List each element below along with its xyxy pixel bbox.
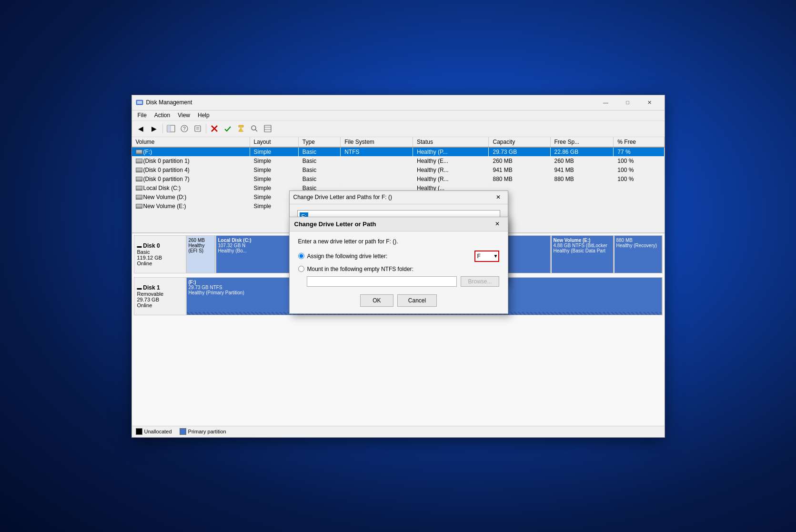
browse-button[interactable]: Browse... <box>461 276 499 287</box>
disk-0-info: ▬ Disk 0 Basic 119.12 GB Online <box>134 235 186 273</box>
outer-dialog-titlebar: Change Drive Letter and Paths for F: () … <box>290 191 508 204</box>
cell-6: 880 MB <box>550 174 614 183</box>
inner-dialog-btn-row: OK Cancel <box>298 294 499 307</box>
col-filesystem[interactable]: File System <box>341 137 413 147</box>
svg-rect-15 <box>239 125 243 127</box>
menu-help[interactable]: Help <box>194 110 213 120</box>
cell-3 <box>341 156 413 165</box>
disk-1-type: Removable <box>137 291 183 297</box>
mount-folder-row: Mount in the following empty NTFS folder… <box>298 266 499 272</box>
recovery-status: Healthy (Recovery) <box>616 243 660 248</box>
drive-icon <box>136 204 142 209</box>
mount-folder-label[interactable]: Mount in the following empty NTFS folder… <box>307 266 413 272</box>
menu-bar: File Action View Help <box>132 110 665 121</box>
minimize-button[interactable]: — <box>595 95 617 110</box>
table-row[interactable]: (Disk 0 partition 4)SimpleBasicHealthy (… <box>132 165 665 174</box>
recovery-size: 880 MB <box>616 238 660 243</box>
efi-size: 260 MB <box>189 238 213 243</box>
disk-1-status: Online <box>137 302 183 308</box>
menu-view[interactable]: View <box>174 110 194 120</box>
disk-0-partition-bitlocker[interactable]: New Volume (E:) 4.88 GB NTFS (BitLocker … <box>552 236 614 273</box>
cell-5: 260 MB <box>489 156 550 165</box>
delete-button[interactable] <box>208 122 221 135</box>
cell-0: (F:) <box>132 147 250 157</box>
inner-dialog-close[interactable]: ✕ <box>492 218 503 230</box>
cell-4: Healthy (R... <box>413 174 489 183</box>
disk-0-partition-recovery[interactable]: 880 MB Healthy (Recovery) <box>615 236 662 273</box>
disk-0-type: Basic <box>137 249 183 255</box>
svg-text:?: ? <box>183 126 186 131</box>
assign-letter-radio[interactable] <box>298 253 304 259</box>
window-title: Disk Management <box>146 99 595 106</box>
cell-2: Basic <box>298 174 340 183</box>
cell-3 <box>341 174 413 183</box>
menu-file[interactable]: File <box>134 110 151 120</box>
cell-6: 260 MB <box>550 156 614 165</box>
legend-unallocated-box <box>136 428 142 435</box>
inner-dialog-title: Change Drive Letter or Path <box>294 221 492 228</box>
mount-folder-radio[interactable] <box>298 266 304 272</box>
drive-icon <box>136 168 142 172</box>
col-status[interactable]: Status <box>413 137 489 147</box>
col-pctfree[interactable]: % Free <box>614 137 664 147</box>
cell-0: (Disk 0 partition 1) <box>132 156 250 165</box>
maximize-button[interactable]: □ <box>617 95 639 110</box>
cell-0: New Volume (E:) <box>132 201 250 211</box>
cell-1: Simple <box>250 156 298 165</box>
svg-rect-4 <box>141 104 141 104</box>
grid-button[interactable] <box>262 122 274 135</box>
svg-point-16 <box>252 126 256 130</box>
properties-button[interactable] <box>191 122 204 135</box>
up-button[interactable] <box>235 122 247 135</box>
back-button[interactable]: ◀ <box>135 122 147 135</box>
inner-dialog-description: Enter a new drive letter or path for F: … <box>298 238 499 245</box>
cell-7 <box>614 192 664 201</box>
help-button[interactable]: ? <box>178 122 191 135</box>
search-button[interactable] <box>248 122 261 135</box>
cell-6 <box>550 183 614 192</box>
col-type[interactable]: Type <box>298 137 340 147</box>
cell-3 <box>341 165 413 174</box>
col-freespace[interactable]: Free Sp... <box>550 137 614 147</box>
drive-icon <box>136 195 142 200</box>
path-row: Browse... <box>307 276 499 287</box>
forward-button[interactable]: ▶ <box>148 122 161 135</box>
table-row[interactable]: (Disk 0 partition 7)SimpleBasicHealthy (… <box>132 174 665 183</box>
bitlocker-label: New Volume (E:) <box>554 238 611 243</box>
cell-7: 100 % <box>614 174 664 183</box>
svg-rect-3 <box>138 104 139 104</box>
drive-letter-select[interactable]: ABCDEFGHIJKLMNOPQRSTUVWXYZ <box>474 251 499 262</box>
separator-2 <box>206 124 206 133</box>
cell-3: NTFS <box>341 147 413 157</box>
inner-dialog[interactable]: Change Drive Letter or Path ✕ Enter a ne… <box>289 217 508 314</box>
table-row[interactable]: (Disk 0 partition 1)SimpleBasicHealthy (… <box>132 156 665 165</box>
outer-dialog-close[interactable]: ✕ <box>493 191 504 203</box>
cell-2: Basic <box>298 165 340 174</box>
mount-path-input[interactable] <box>307 276 457 287</box>
col-capacity[interactable]: Capacity <box>489 137 550 147</box>
toolbar: ◀ ▶ ? <box>132 121 665 137</box>
legend-primary-box <box>180 428 186 435</box>
app-icon <box>136 99 143 106</box>
cell-6: 22.86 GB <box>550 147 614 157</box>
show-hide-button[interactable] <box>165 122 177 135</box>
col-layout[interactable]: Layout <box>250 137 298 147</box>
cell-0: (Disk 0 partition 7) <box>132 174 250 183</box>
check-button[interactable] <box>222 122 234 135</box>
col-volume[interactable]: Volume <box>132 137 250 147</box>
assign-letter-label[interactable]: Assign the following drive letter: <box>307 253 388 260</box>
cell-1: Simple <box>250 174 298 183</box>
table-row[interactable]: (F:)SimpleBasicNTFSHealthy (P...29.73 GB… <box>132 147 665 157</box>
svg-rect-2 <box>137 101 142 104</box>
cell-6 <box>550 192 614 201</box>
inner-cancel-button[interactable]: Cancel <box>397 294 437 307</box>
inner-ok-button[interactable]: OK <box>360 294 393 307</box>
cell-7: 100 % <box>614 156 664 165</box>
status-bar: Unallocated Primary partition <box>132 426 665 437</box>
disk-0-partition-efi[interactable]: 260 MB Healthy (EFI S) <box>187 236 215 273</box>
menu-action[interactable]: Action <box>151 110 174 120</box>
bitlocker-size: 4.88 GB NTFS (BitLocker <box>554 243 611 248</box>
close-button[interactable]: ✕ <box>639 95 661 110</box>
disk-management-window: Disk Management — □ ✕ File Action View H… <box>131 95 665 438</box>
window-controls: — □ ✕ <box>595 95 661 110</box>
